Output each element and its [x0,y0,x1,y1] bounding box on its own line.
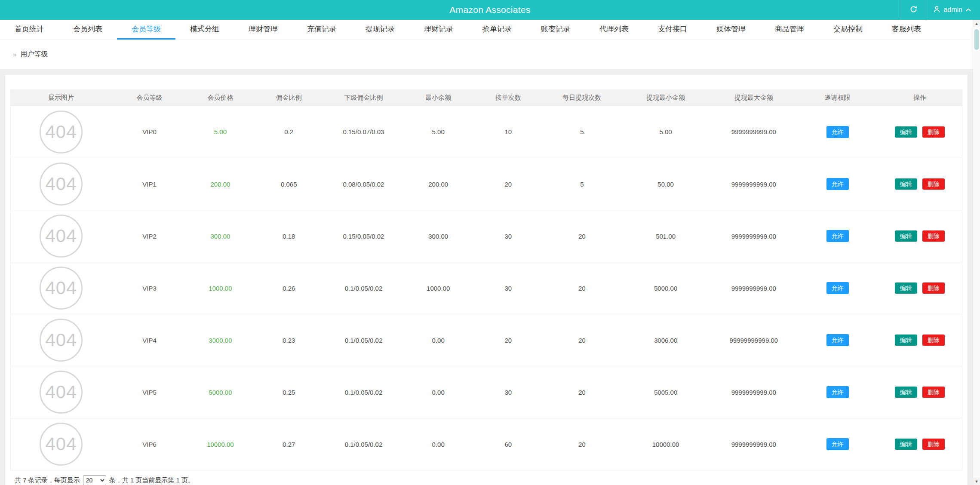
app: Amazon Associates ad [0,0,980,485]
cell-max-withdrawal: 9999999999.00 [710,106,798,158]
levels-table: 展示图片会员等级会员价格佣金比例下级佣金比例最小余额接单次数每日提现次数提现最小… [10,89,962,470]
scroll-down-arrow[interactable]: ▼ [973,478,980,485]
cell-image: 404 [11,314,112,366]
breadcrumb: » 用户等级 [0,40,973,70]
cell-min-withdrawal: 501.00 [621,210,710,262]
tab-2[interactable]: 会员等级 [117,20,175,40]
cell-sub-commission: 0.1/0.05/0.02 [325,262,402,314]
cell-min-balance: 300.00 [402,210,474,262]
cell-invite: 允许 [798,210,878,262]
cell-daily-withdrawals: 5 [543,106,622,158]
scroll-thumb[interactable] [974,29,979,50]
cell-actions: 编辑 删除 [877,210,962,262]
tab-10[interactable]: 代理列表 [585,20,643,40]
cell-level: VIP1 [111,158,187,210]
cell-sub-commission: 0.08/0.05/0.02 [325,158,402,210]
cell-level: VIP5 [111,366,187,418]
column-header: 下级佣金比例 [325,90,402,106]
cell-daily-withdrawals: 20 [543,210,622,262]
edit-button[interactable]: 编辑 [895,439,917,450]
delete-button[interactable]: 删除 [922,282,945,294]
image-404-placeholder: 404 [40,163,83,206]
delete-button[interactable]: 删除 [922,178,945,190]
tab-8[interactable]: 抢单记录 [468,20,526,40]
tab-1[interactable]: 会员列表 [58,20,117,40]
invite-allow-button[interactable]: 允许 [826,178,849,190]
column-header: 最小余额 [402,90,474,106]
edit-button[interactable]: 编辑 [895,178,917,190]
cell-price: 10000.00 [187,418,253,470]
cell-price: 300.00 [187,210,253,262]
image-404-placeholder: 404 [40,267,83,310]
page-size-select[interactable]: 20 [83,475,106,485]
cell-level: VIP3 [111,262,187,314]
tab-3[interactable]: 模式分组 [175,20,234,40]
vertical-scrollbar[interactable]: ▲ ▼ [973,20,980,485]
invite-allow-button[interactable]: 允许 [826,386,849,398]
cell-price: 5.00 [187,106,253,158]
tab-9[interactable]: 账变记录 [526,20,585,40]
tab-0[interactable]: 首页统计 [0,20,58,40]
tab-7[interactable]: 理财记录 [409,20,468,40]
delete-button[interactable]: 删除 [922,439,945,450]
tab-14[interactable]: 交易控制 [819,20,877,40]
cell-sub-commission: 0.1/0.05/0.02 [325,418,402,470]
invite-allow-button[interactable]: 允许 [826,438,849,450]
pagination-text-after: 条，共 1 页当前显示第 1 页。 [109,476,194,485]
pagination: 共 7 条记录，每页显示 20 条，共 1 页当前显示第 1 页。 [10,470,962,485]
edit-button[interactable]: 编辑 [895,387,917,398]
image-404-placeholder: 404 [40,423,83,466]
cell-max-withdrawal: 9999999999.00 [710,210,798,262]
delete-button[interactable]: 删除 [922,230,945,242]
refresh-button[interactable] [901,0,926,20]
tab-15[interactable]: 客服列表 [877,20,936,40]
cell-orders: 20 [474,158,542,210]
cell-actions: 编辑 删除 [877,262,962,314]
cell-sub-commission: 0.15/0.07/0.03 [325,106,402,158]
edit-button[interactable]: 编辑 [895,335,917,346]
cell-price: 200.00 [187,158,253,210]
cell-image: 404 [11,210,112,262]
cell-commission: 0.23 [253,314,325,366]
app-header: Amazon Associates ad [0,0,980,20]
invite-allow-button[interactable]: 允许 [826,126,849,138]
user-icon [933,6,940,15]
edit-button[interactable]: 编辑 [895,230,917,242]
edit-button[interactable]: 编辑 [895,282,917,294]
table-row: 404 VIP6 10000.00 0.27 0.1/0.05/0.02 0.0… [11,418,962,470]
tab-6[interactable]: 提现记录 [351,20,409,40]
cell-max-withdrawal: 9999999999.00 [710,158,798,210]
cell-min-withdrawal: 5000.00 [621,262,710,314]
delete-button[interactable]: 删除 [922,387,945,398]
edit-button[interactable]: 编辑 [895,126,917,138]
cell-daily-withdrawals: 20 [543,262,622,314]
cell-max-withdrawal: 9999999999.00 [710,262,798,314]
cell-image: 404 [11,418,112,470]
cell-commission: 0.25 [253,366,325,418]
scroll-up-arrow[interactable]: ▲ [973,20,980,27]
tab-13[interactable]: 商品管理 [760,20,819,40]
delete-button[interactable]: 删除 [922,126,945,138]
column-header: 会员等级 [111,90,187,106]
cell-price: 5000.00 [187,366,253,418]
tab-11[interactable]: 支付接口 [643,20,702,40]
nav-tabs: 首页统计会员列表会员等级模式分组理财管理充值记录提现记录理财记录抢单记录账变记录… [0,20,973,40]
image-404-placeholder: 404 [40,111,83,153]
invite-allow-button[interactable]: 允许 [826,334,849,346]
cell-actions: 编辑 删除 [877,106,962,158]
image-404-placeholder: 404 [40,371,83,414]
tab-5[interactable]: 充值记录 [292,20,351,40]
cell-min-balance: 200.00 [402,158,474,210]
delete-button[interactable]: 删除 [922,335,945,346]
image-404-placeholder: 404 [40,319,83,362]
app-title: Amazon Associates [449,5,530,15]
cell-min-withdrawal: 50.00 [621,158,710,210]
invite-allow-button[interactable]: 允许 [826,230,849,242]
table-row: 404 VIP5 5000.00 0.25 0.1/0.05/0.02 0.00… [11,366,962,418]
cell-min-balance: 0.00 [402,366,474,418]
invite-allow-button[interactable]: 允许 [826,282,849,294]
tab-12[interactable]: 媒体管理 [702,20,760,40]
column-header: 每日提现次数 [543,90,622,106]
user-menu[interactable]: admin [926,0,980,20]
tab-4[interactable]: 理财管理 [234,20,292,40]
